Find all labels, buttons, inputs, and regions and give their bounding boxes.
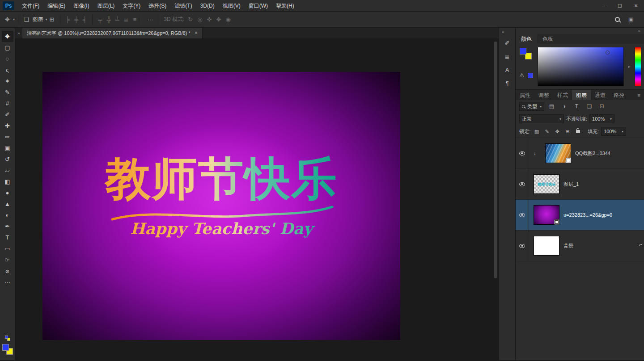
lock-image-pixels-icon[interactable]: ✎ — [543, 127, 551, 135]
align-middle-icon[interactable]: ╬ — [104, 16, 113, 23]
color-picker-cursor[interactable] — [606, 50, 610, 55]
menu-file[interactable]: 文件(F) — [18, 0, 43, 12]
close-button[interactable]: × — [628, 0, 644, 12]
layer-filter-dropdown[interactable]: 类型 ▾ — [519, 102, 544, 111]
lock-all-icon[interactable] — [574, 127, 582, 135]
visibility-toggle[interactable] — [516, 200, 529, 230]
quick-selection-tool[interactable]: ✎ — [2, 87, 13, 98]
type-tool[interactable]: T — [2, 232, 13, 243]
expand-panels-chevron-icon[interactable]: « — [499, 29, 504, 36]
align-top-icon[interactable]: ╤ — [96, 16, 104, 23]
brush-tool[interactable]: ✏ — [2, 131, 13, 143]
filter-type-layers-icon[interactable]: T — [572, 102, 582, 111]
dodge-tool[interactable]: ◐ — [2, 210, 13, 221]
eraser-tool[interactable]: ▱ — [2, 165, 13, 176]
menu-help[interactable]: 帮助(H) — [272, 0, 298, 12]
distribute-horizontal-icon[interactable]: ≡ — [131, 16, 139, 23]
visibility-toggle[interactable] — [516, 169, 529, 199]
layer-row-background[interactable]: 背景 — [516, 231, 644, 261]
3d-roll-icon[interactable]: ◎ — [195, 16, 204, 23]
document-tab[interactable]: 漂亮的艺术字 @ 100%(u=2328232007,967110113&fm=… — [22, 28, 203, 38]
clone-stamp-tool[interactable]: ▣ — [2, 143, 13, 154]
opacity-field[interactable]: 100% ▾ — [589, 114, 614, 123]
lasso-tool[interactable]: ς — [2, 64, 13, 76]
tab-paths[interactable]: 路径 — [610, 90, 628, 100]
lock-transparent-pixels-icon[interactable]: ▨ — [533, 127, 541, 135]
menu-filter[interactable]: 滤镜(T) — [170, 0, 196, 12]
rectangle-tool[interactable]: ▭ — [2, 243, 13, 254]
color-picker-field[interactable] — [538, 47, 624, 86]
blur-tool[interactable]: ● — [2, 187, 13, 198]
collapse-panels-chevron-icon[interactable]: » — [638, 29, 640, 34]
filter-smart-objects-icon[interactable]: ⊡ — [597, 102, 607, 111]
rectangular-marquee-tool[interactable]: ▢ — [2, 42, 13, 53]
character-panel-icon[interactable]: A — [501, 64, 513, 76]
fill-field[interactable]: 100% ▾ — [601, 127, 626, 136]
crop-tool[interactable]: # — [2, 98, 13, 109]
panel-menu-icon[interactable]: ≡ — [634, 90, 644, 100]
tab-styles[interactable]: 样式 — [553, 90, 572, 100]
tab-overflow-chevron-icon[interactable]: » — [15, 28, 22, 38]
paragraph-panel-icon[interactable]: ¶ — [501, 77, 513, 89]
foreground-color-swatch[interactable] — [2, 344, 9, 351]
gradient-tool[interactable]: ◧ — [2, 176, 13, 187]
3d-drag-icon[interactable]: ✜ — [205, 16, 214, 23]
menu-type[interactable]: 文字(Y) — [119, 0, 144, 12]
more-options-icon[interactable]: ··· — [145, 16, 156, 23]
visibility-toggle[interactable] — [516, 231, 529, 261]
menu-select[interactable]: 选择(S) — [144, 0, 170, 12]
move-tool[interactable]: ✥ — [2, 31, 13, 42]
layer-thumbnail[interactable] — [545, 143, 571, 163]
tab-adjustments[interactable]: 调整 — [534, 90, 553, 100]
layer-thumbnail[interactable]: 教师节快乐 — [534, 174, 559, 194]
tab-close-icon[interactable]: × — [195, 30, 198, 36]
clone-source-icon[interactable]: ≣ — [501, 50, 513, 63]
filter-adjustment-layers-icon[interactable]: ◑ — [559, 102, 569, 111]
menu-image[interactable]: 图像(I) — [69, 0, 93, 12]
filter-shape-layers-icon[interactable]: ❏ — [584, 102, 594, 111]
align-center-h-icon[interactable]: ╪ — [72, 16, 80, 23]
layer-row-text[interactable]: 教师节快乐 图层_1 — [516, 169, 644, 200]
active-tool-icon[interactable]: ✥ — [3, 16, 12, 23]
transform-controls-icon[interactable]: ⊞ — [47, 16, 57, 23]
filter-pixel-layers-icon[interactable]: ▤ — [547, 102, 557, 111]
sharpen-tool[interactable]: ▲ — [2, 198, 13, 210]
edit-toolbar-icon[interactable]: ··· — [2, 277, 13, 288]
hand-tool[interactable]: ☞ — [2, 254, 13, 265]
blend-mode-dropdown[interactable]: 正常 ▾ — [519, 114, 564, 123]
3d-rotate-icon[interactable]: ↻ — [186, 16, 195, 23]
magic-wand-tool[interactable]: ✶ — [2, 76, 13, 87]
menu-3d[interactable]: 3D(D) — [196, 0, 219, 12]
layer-row-purple-background[interactable]: u=232823...=26&gp=0 — [516, 200, 644, 231]
vertical-scrollbar[interactable] — [493, 41, 498, 353]
tab-color[interactable]: 颜色 — [516, 34, 537, 44]
lock-artboard-icon[interactable]: ⊞ — [564, 127, 572, 135]
spot-healing-brush-tool[interactable]: ✚ — [2, 120, 13, 131]
color-panel-foreground-swatch[interactable] — [520, 48, 526, 55]
canvas-area[interactable]: 教师节快乐 Happy Teachers' Day — [15, 39, 499, 360]
3d-scale-icon[interactable]: ◉ — [223, 16, 233, 23]
tool-preset-arrow-icon[interactable]: ▾ — [13, 17, 15, 21]
tab-properties[interactable]: 属性 — [516, 90, 534, 100]
workspace-switcher-icon[interactable]: ▣ — [626, 16, 636, 23]
eyedropper-tool[interactable]: ✐ — [2, 109, 13, 120]
visibility-toggle[interactable] — [516, 138, 529, 168]
web-safe-color-swatch[interactable] — [528, 73, 533, 78]
lock-position-icon[interactable]: ✥ — [553, 127, 561, 135]
search-icon[interactable] — [615, 17, 620, 22]
align-left-icon[interactable]: ╞ — [64, 16, 72, 23]
scrollbar-thumb[interactable] — [494, 42, 497, 278]
tab-channels[interactable]: 通道 — [591, 90, 610, 100]
align-bottom-icon[interactable]: ╧ — [113, 16, 122, 23]
hue-slider[interactable] — [635, 47, 641, 86]
layer-row-qq-screenshot[interactable]: ↓ QQ截图2...0344 — [516, 138, 644, 169]
menu-edit[interactable]: 编辑(E) — [43, 0, 69, 12]
layer-thumbnail[interactable] — [534, 236, 559, 256]
align-right-icon[interactable]: ╡ — [80, 16, 89, 23]
pen-tool[interactable]: ✒ — [2, 221, 13, 232]
history-brush-tool[interactable]: ↺ — [2, 154, 13, 165]
minimize-button[interactable]: – — [596, 0, 612, 12]
3d-slide-icon[interactable]: ✥ — [214, 16, 223, 23]
menu-view[interactable]: 视图(V) — [219, 0, 245, 12]
default-colors-icon[interactable] — [5, 336, 10, 341]
